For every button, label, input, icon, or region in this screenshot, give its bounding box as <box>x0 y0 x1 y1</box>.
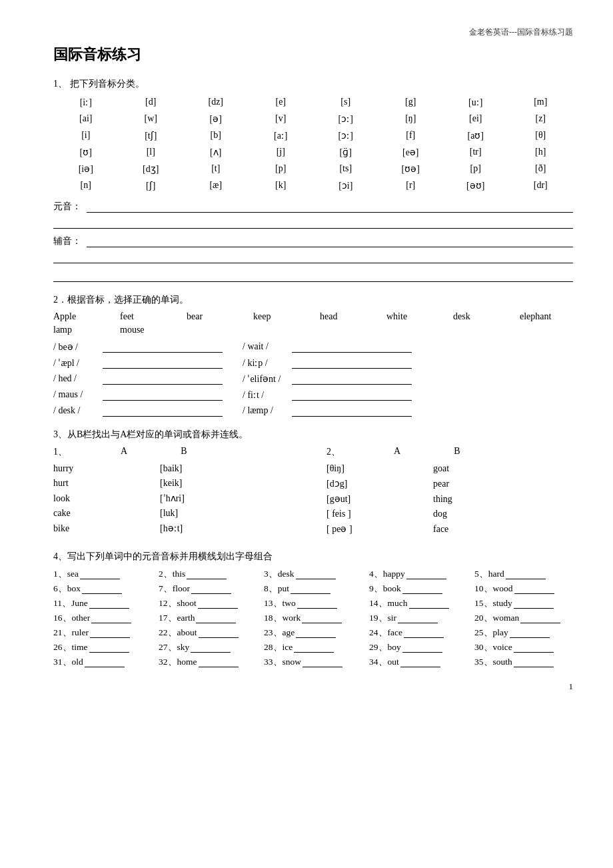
s4-label: 27、sky <box>159 641 189 653</box>
s4-answer[interactable] <box>303 657 342 667</box>
section3-left-row: look[ˈhʌri] <box>53 493 300 504</box>
ph-left-label: / beə / <box>53 341 100 353</box>
s4-answer[interactable] <box>187 569 227 579</box>
phonetic-cell: [tʃ] <box>119 129 184 143</box>
s4-answer[interactable] <box>199 657 239 667</box>
section1-title: 1、 把下列音标分类。 <box>53 78 573 90</box>
s4-answer[interactable] <box>89 598 129 609</box>
s3-b-word: [ˈhʌri] <box>160 493 213 504</box>
s4-answer[interactable] <box>291 583 330 594</box>
s4-label: 16、other <box>53 612 90 624</box>
ph-left-answer[interactable] <box>103 341 223 353</box>
s4-answer[interactable] <box>409 598 449 609</box>
s4-answer[interactable] <box>91 613 131 623</box>
s4-answer[interactable] <box>398 613 438 623</box>
phonetic-answer-row: / hed // ˈelifənt / <box>53 373 573 385</box>
s3-left-a: A <box>121 446 127 458</box>
s4-answer[interactable] <box>296 569 336 579</box>
s4-label: 34、out <box>369 656 399 668</box>
s4-answer[interactable] <box>302 613 342 623</box>
s4-answer[interactable] <box>90 627 130 638</box>
word-item: mouse <box>120 325 167 335</box>
section4-item: 18、work <box>264 612 362 624</box>
s4-answer[interactable] <box>514 598 554 609</box>
section4-item: 21、ruler <box>53 627 152 639</box>
s3-a-word: [gəut] <box>326 493 380 505</box>
s4-answer[interactable] <box>510 627 550 638</box>
phonetic-cell: [d] <box>119 95 184 109</box>
s4-answer[interactable] <box>296 627 336 638</box>
phonetic-cell: [ts] <box>313 162 378 176</box>
ph-left-answer[interactable] <box>103 389 223 401</box>
ph-right-answer[interactable] <box>292 341 412 353</box>
section4-item: 27、sky <box>159 641 257 653</box>
ph-left-answer[interactable] <box>103 357 223 369</box>
ph-right-answer[interactable] <box>292 389 412 401</box>
page-number: 1 <box>53 681 573 692</box>
s4-answer[interactable] <box>191 642 231 653</box>
word-item: Apple <box>53 311 100 322</box>
phonetic-cell: [ɔi] <box>313 179 378 193</box>
top-right-label: 金老爸英语---国际音标练习题 <box>53 27 573 38</box>
s3-a-word: [ feis ] <box>326 509 380 519</box>
s4-answer[interactable] <box>402 583 442 594</box>
section4-item: 4、happy <box>369 568 468 580</box>
phonetic-cell: [aː] <box>249 129 314 143</box>
phonetic-cell: [æ] <box>183 179 249 193</box>
s4-answer[interactable] <box>514 657 554 667</box>
section4-grid: 1、sea2、this3、desk4、happy5、hard6、box7、flo… <box>53 568 573 668</box>
s4-answer[interactable] <box>198 598 238 609</box>
ph-left-answer[interactable] <box>103 405 223 417</box>
s4-answer[interactable] <box>82 583 122 594</box>
section4-item: 28、ice <box>264 641 362 653</box>
phonetic-cell: [g] <box>378 95 444 109</box>
s4-label: 5、hard <box>474 568 504 580</box>
phonetic-cell: [ɔː] <box>313 129 378 143</box>
yuanyin-label: 元音： <box>53 201 87 213</box>
s3-a-word: [θiŋ] <box>326 463 380 474</box>
ph-right-answer[interactable] <box>292 357 412 369</box>
s4-answer[interactable] <box>89 642 129 653</box>
s3-b-word: [luk] <box>160 508 213 519</box>
phonetic-cell: [iə] <box>53 162 119 176</box>
s4-answer[interactable] <box>85 657 125 667</box>
s4-answer[interactable] <box>400 657 440 667</box>
s4-answer[interactable] <box>297 598 337 609</box>
section3-right-row: [θiŋ]goat <box>326 463 573 474</box>
s4-label: 31、old <box>53 656 83 668</box>
ph-right-answer[interactable] <box>292 373 412 385</box>
section4-item: 33、snow <box>264 656 362 668</box>
section3-right-row: [gəut]thing <box>326 493 573 505</box>
s3-a-word: cake <box>53 508 107 519</box>
s4-label: 18、work <box>264 612 301 624</box>
section4-item: 22、about <box>159 627 257 639</box>
s4-label: 17、earth <box>159 612 195 624</box>
s4-answer[interactable] <box>80 569 120 579</box>
section4-item: 20、woman <box>474 612 573 624</box>
s4-answer[interactable] <box>402 642 442 653</box>
s4-answer[interactable] <box>196 613 236 623</box>
word-item: feet <box>120 311 167 322</box>
s4-label: 22、about <box>159 627 197 639</box>
s4-answer[interactable] <box>404 627 444 638</box>
s4-answer[interactable] <box>191 583 231 594</box>
ph-left-label: / hed / <box>53 373 100 384</box>
s4-answer[interactable] <box>406 569 446 579</box>
s4-answer[interactable] <box>294 642 334 653</box>
s4-answer[interactable] <box>514 583 554 594</box>
s3-right-a: A <box>394 446 400 458</box>
ph-right-answer[interactable] <box>292 405 412 417</box>
s4-label: 30、voice <box>474 641 512 653</box>
s4-answer[interactable] <box>520 613 560 623</box>
s4-answer[interactable] <box>199 627 239 638</box>
phonetic-cell: [p] <box>249 162 314 176</box>
s4-label: 26、time <box>53 641 88 653</box>
section3-left-row: hurry[baik] <box>53 463 300 474</box>
ph-right-label: / kiːp / <box>243 357 289 369</box>
ph-left-answer[interactable] <box>103 373 223 385</box>
s4-label: 15、study <box>474 597 512 609</box>
section2-title: 2．根据音标，选择正确的单词。 <box>53 294 573 306</box>
s4-answer[interactable] <box>506 569 546 579</box>
phonetic-answer-row: / maus // fiːt / <box>53 389 573 401</box>
s4-answer[interactable] <box>514 642 554 653</box>
